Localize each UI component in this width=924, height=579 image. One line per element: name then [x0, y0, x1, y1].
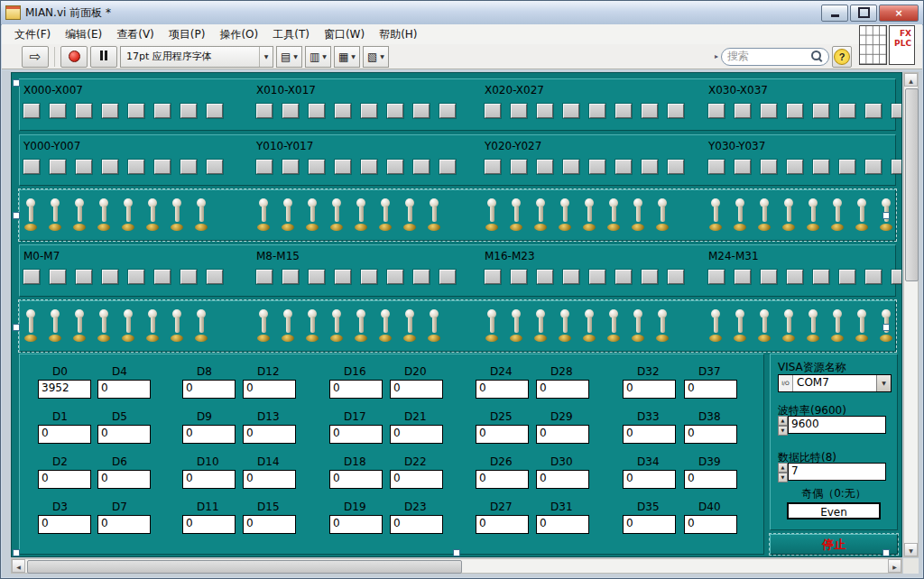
- d-register-input[interactable]: 0: [536, 380, 589, 399]
- d-register-input[interactable]: 0: [243, 380, 296, 399]
- toggle-switch[interactable]: [72, 308, 87, 345]
- d-register-input[interactable]: 0: [623, 380, 676, 399]
- toggle-switch[interactable]: [655, 198, 670, 234]
- d-register-input[interactable]: 0: [243, 515, 296, 534]
- d-register-input[interactable]: 0: [390, 515, 443, 534]
- decrement-button[interactable]: ▼: [778, 473, 788, 482]
- toggle-switch[interactable]: [485, 308, 499, 345]
- toggle-switch[interactable]: [509, 308, 523, 345]
- toggle-switch[interactable]: [855, 198, 869, 234]
- toggle-switch[interactable]: [806, 198, 820, 234]
- toggle-switch[interactable]: [378, 198, 393, 234]
- d-register-input[interactable]: 0: [97, 380, 151, 399]
- maximize-button[interactable]: [850, 5, 877, 22]
- selection-handle[interactable]: [13, 212, 20, 219]
- minimize-button[interactable]: [821, 5, 848, 22]
- toggle-switch[interactable]: [256, 308, 271, 345]
- align-objects-dropdown[interactable]: ▤ ▼: [276, 46, 302, 68]
- d-register-input[interactable]: 0: [182, 470, 236, 489]
- selection-handle[interactable]: [882, 324, 890, 331]
- toggle-switch[interactable]: [582, 198, 596, 234]
- toggle-switch[interactable]: [708, 198, 723, 234]
- abort-button[interactable]: [60, 46, 88, 68]
- toggle-switch[interactable]: [329, 308, 344, 345]
- vertical-scrollbar[interactable]: ▲ ▼: [903, 72, 919, 557]
- toggle-switch[interactable]: [23, 198, 38, 234]
- menu-file[interactable]: 文件(F): [7, 25, 58, 44]
- d-register-input[interactable]: 0: [536, 425, 589, 444]
- d-register-input[interactable]: 0: [623, 425, 676, 444]
- toggle-switch[interactable]: [830, 198, 845, 234]
- toggle-switch[interactable]: [509, 198, 523, 234]
- d-register-input[interactable]: 0: [623, 470, 676, 489]
- d-register-input[interactable]: 0: [536, 515, 589, 534]
- toggle-switch[interactable]: [305, 198, 319, 234]
- toggle-switch[interactable]: [121, 198, 135, 234]
- d-register-input[interactable]: 0: [684, 515, 737, 534]
- search-expand-icon[interactable]: ▸: [715, 52, 718, 60]
- toggle-switch[interactable]: [806, 308, 820, 345]
- toggle-switch[interactable]: [23, 308, 38, 345]
- visa-resource-combo[interactable]: I/O COM7 ▼: [778, 374, 892, 392]
- horizontal-scroll-thumb[interactable]: [27, 560, 462, 574]
- scroll-right-button[interactable]: ▶: [888, 559, 901, 573]
- increment-button[interactable]: ▲: [778, 463, 788, 473]
- toggle-switch[interactable]: [606, 308, 621, 345]
- toggle-switch[interactable]: [281, 198, 295, 234]
- selection-handle[interactable]: [882, 212, 890, 219]
- close-button[interactable]: ×: [879, 5, 919, 22]
- selection-handle[interactable]: [13, 324, 20, 331]
- font-selector-dropdown[interactable]: 17pt 应用程序字体 ▼: [120, 46, 273, 68]
- decrement-button[interactable]: ▼: [778, 426, 788, 436]
- toggle-switch[interactable]: [427, 198, 441, 234]
- toggle-switch[interactable]: [170, 198, 184, 234]
- menu-project[interactable]: 项目(P): [162, 25, 213, 44]
- toggle-switch[interactable]: [194, 308, 208, 345]
- toggle-switch[interactable]: [72, 198, 87, 234]
- toggle-switch[interactable]: [145, 198, 160, 234]
- scroll-down-button[interactable]: ▼: [904, 543, 918, 556]
- toggle-switch[interactable]: [533, 198, 548, 234]
- vi-icon-badge[interactable]: FX PLC: [889, 25, 915, 65]
- d-register-input[interactable]: 0: [390, 470, 443, 489]
- toggle-switch[interactable]: [582, 308, 596, 345]
- toggle-switch[interactable]: [631, 198, 645, 234]
- toggle-switch[interactable]: [48, 198, 62, 234]
- toggle-switch[interactable]: [485, 198, 499, 234]
- toggle-switch[interactable]: [781, 308, 796, 345]
- toggle-switch[interactable]: [121, 308, 135, 345]
- search-input[interactable]: 搜索: [721, 48, 829, 66]
- selection-handle[interactable]: [882, 549, 890, 556]
- titlebar[interactable]: MIAN.vi 前面板 * ×: [1, 1, 923, 25]
- d-register-input[interactable]: 0: [243, 425, 296, 444]
- d-register-input[interactable]: 0: [684, 380, 737, 399]
- toggle-switch[interactable]: [855, 308, 869, 345]
- distribute-objects-dropdown[interactable]: ▥ ▼: [305, 46, 331, 68]
- d-register-input[interactable]: 0: [182, 425, 236, 444]
- toggle-switch[interactable]: [606, 198, 621, 234]
- toggle-switch[interactable]: [97, 308, 111, 345]
- d-register-input[interactable]: 0: [97, 425, 151, 444]
- scroll-left-button[interactable]: ◀: [12, 559, 25, 573]
- d-register-input[interactable]: 0: [536, 470, 589, 489]
- toggle-switch[interactable]: [354, 308, 368, 345]
- d-register-input[interactable]: 0: [684, 425, 737, 444]
- help-button[interactable]: ?: [832, 46, 852, 68]
- d-register-input[interactable]: 0: [476, 470, 529, 489]
- d-register-input[interactable]: 0: [476, 515, 529, 534]
- toggle-switch[interactable]: [329, 198, 344, 234]
- toggle-switch[interactable]: [402, 308, 417, 345]
- toggle-switch[interactable]: [733, 308, 747, 345]
- data-bits-input[interactable]: 7: [788, 463, 886, 481]
- toggle-switch[interactable]: [631, 308, 645, 345]
- toggle-switch[interactable]: [48, 308, 62, 345]
- d-register-input[interactable]: 0: [476, 425, 529, 444]
- toggle-switch[interactable]: [781, 198, 796, 234]
- run-button[interactable]: ⇨: [22, 46, 49, 68]
- selection-handle[interactable]: [13, 79, 20, 87]
- toggle-switch[interactable]: [402, 198, 417, 234]
- menu-window[interactable]: 窗口(W): [317, 25, 372, 44]
- d-register-input[interactable]: 0: [329, 515, 383, 534]
- menu-edit[interactable]: 编辑(E): [58, 25, 109, 44]
- visa-dropdown-button[interactable]: ▼: [876, 375, 891, 391]
